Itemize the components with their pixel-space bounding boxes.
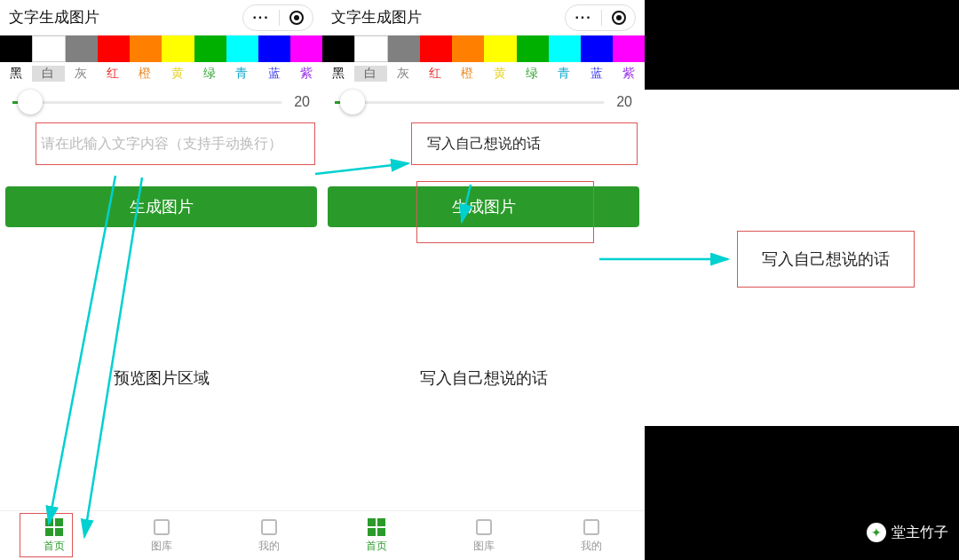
divider [601, 10, 602, 26]
color-label[interactable]: 白 [32, 66, 64, 82]
color-label[interactable]: 黄 [483, 66, 515, 82]
phone-panel-1: 文字生成图片 ··· 黑白灰红橙黄绿青蓝紫 20 请在此输入文字内容（支持手动换… [0, 0, 322, 560]
color-label[interactable]: 灰 [65, 66, 97, 82]
color-label[interactable]: 绿 [516, 66, 548, 82]
color-swatch[interactable] [98, 35, 130, 62]
slider-value: 20 [294, 94, 310, 110]
titlebar: 文字生成图片 ··· [322, 0, 645, 35]
tab-label: 首页 [44, 539, 65, 554]
color-swatch[interactable] [66, 35, 98, 62]
color-label[interactable]: 紫 [613, 66, 645, 82]
tab-label: 我的 [258, 539, 280, 554]
color-label[interactable]: 蓝 [580, 66, 612, 82]
color-label[interactable]: 绿 [194, 66, 226, 82]
gallery-icon [474, 517, 494, 537]
color-swatch[interactable] [258, 35, 290, 62]
color-label[interactable]: 黑 [0, 66, 32, 82]
color-label[interactable]: 红 [419, 66, 451, 82]
profile-icon [582, 517, 601, 537]
preview-area: 预览图片区域 [0, 245, 322, 510]
slider-thumb[interactable] [340, 90, 365, 114]
tab-label: 我的 [581, 539, 602, 554]
app-title: 文字生成图片 [9, 7, 242, 28]
color-swatch-strip [0, 35, 322, 62]
color-label[interactable]: 黑 [322, 66, 354, 82]
color-swatch[interactable] [581, 35, 613, 62]
input-text: 写入自己想说的话 [427, 135, 541, 154]
color-swatch[interactable] [517, 35, 549, 62]
color-swatch-strip [322, 35, 645, 62]
text-input[interactable]: 写入自己想说的话 [322, 124, 645, 163]
preview-label: 预览图片区域 [114, 367, 210, 389]
divider [279, 10, 280, 26]
color-swatch[interactable] [226, 35, 258, 62]
tab-1[interactable]: 图库 [430, 511, 537, 560]
right-black-bar-top [645, 0, 959, 90]
wechat-icon: ✦ [867, 523, 886, 542]
slider-value: 20 [616, 94, 632, 110]
tab-bar: 首页图库我的 [0, 510, 322, 560]
color-swatch[interactable] [354, 35, 388, 62]
color-label[interactable]: 橙 [129, 66, 161, 82]
preview-label: 写入自己想说的话 [420, 367, 548, 389]
color-label[interactable]: 蓝 [258, 66, 289, 82]
color-swatch[interactable] [130, 35, 162, 62]
color-label[interactable]: 青 [548, 66, 580, 82]
color-swatch[interactable] [549, 35, 581, 62]
color-label[interactable]: 黄 [161, 66, 193, 82]
color-swatch[interactable] [194, 35, 226, 62]
color-swatch[interactable] [388, 35, 420, 62]
menu-icon[interactable]: ··· [252, 10, 269, 26]
tab-2[interactable]: 我的 [537, 511, 645, 560]
home-icon [367, 517, 386, 537]
color-label[interactable]: 紫 [290, 66, 322, 82]
capsule-buttons[interactable]: ··· [565, 4, 636, 31]
profile-icon [259, 517, 279, 537]
gallery-icon [152, 517, 171, 537]
tab-bar: 首页图库我的 [322, 510, 645, 560]
font-size-slider[interactable]: 20 [0, 85, 322, 119]
color-swatch[interactable] [484, 35, 516, 62]
home-icon [44, 517, 64, 537]
color-swatch[interactable] [613, 35, 645, 62]
tab-label: 图库 [473, 539, 495, 554]
font-size-slider[interactable]: 20 [322, 85, 645, 119]
slider-track[interactable] [335, 101, 604, 104]
color-label[interactable]: 红 [97, 66, 129, 82]
tab-label: 首页 [366, 539, 387, 554]
right-desc-box: 写入自己想说的话 [737, 231, 915, 288]
color-label[interactable]: 青 [226, 66, 258, 82]
color-label[interactable]: 橙 [451, 66, 483, 82]
generate-button[interactable]: 生成图片 [328, 186, 639, 227]
input-placeholder: 请在此输入文字内容（支持手动换行） [41, 135, 282, 154]
color-swatch[interactable] [0, 35, 32, 62]
slider-thumb[interactable] [18, 90, 43, 114]
close-icon[interactable] [612, 11, 626, 25]
preview-area: 写入自己想说的话 [322, 245, 645, 510]
color-swatch[interactable] [452, 35, 484, 62]
color-swatch[interactable] [290, 35, 322, 62]
slider-track[interactable] [12, 101, 281, 104]
tab-label: 图库 [151, 539, 172, 554]
close-icon[interactable] [289, 11, 304, 25]
app-title: 文字生成图片 [331, 7, 565, 28]
tab-1[interactable]: 图库 [107, 511, 215, 560]
menu-icon[interactable]: ··· [575, 10, 591, 26]
tab-0[interactable]: 首页 [322, 511, 430, 560]
generate-button[interactable]: 生成图片 [5, 186, 317, 227]
capsule-buttons[interactable]: ··· [242, 4, 313, 31]
color-label[interactable]: 白 [354, 66, 386, 82]
color-swatch[interactable] [420, 35, 452, 62]
color-label-strip: 黑白灰红橙黄绿青蓝紫 [322, 62, 645, 85]
color-swatch[interactable] [32, 35, 66, 62]
tab-0[interactable]: 首页 [0, 511, 107, 560]
color-swatch[interactable] [162, 35, 194, 62]
tab-2[interactable]: 我的 [215, 511, 322, 560]
text-input[interactable]: 请在此输入文字内容（支持手动换行） [0, 124, 322, 163]
color-label[interactable]: 灰 [387, 66, 419, 82]
color-label-strip: 黑白灰红橙黄绿青蓝紫 [0, 62, 322, 85]
color-swatch[interactable] [322, 35, 354, 62]
titlebar: 文字生成图片 ··· [0, 0, 322, 35]
phone-panel-2: 文字生成图片 ··· 黑白灰红橙黄绿青蓝紫 20 写入自己想说的话 生成图片 写… [322, 0, 645, 560]
watermark: ✦ 堂主竹子 [867, 523, 948, 542]
